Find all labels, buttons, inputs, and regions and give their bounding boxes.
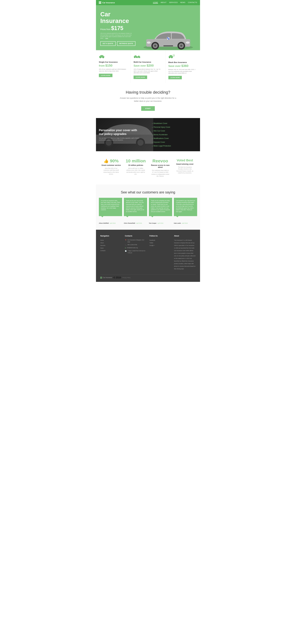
- testimonial-1: At my first car insurance claim, your te…: [99, 198, 122, 216]
- footer: Navigation Home About Services News Cont…: [96, 230, 200, 282]
- stat-customer-service-title: Great customer service: [100, 164, 122, 166]
- feature-black-box-price: Save over $360: [168, 64, 197, 68]
- feature-black-box-btn[interactable]: LEARN MORE: [168, 76, 182, 79]
- svg-point-26: [171, 57, 172, 58]
- feature-multi-car-desc: 10% of respondents between Nov '14 - Apr…: [134, 68, 162, 74]
- feature-multi-car-price: Save over $200: [134, 64, 162, 68]
- feature-multi-car-title: Multi-Car Insurance: [134, 61, 162, 63]
- get-quote-button[interactable]: GET A QUOTE: [100, 41, 116, 46]
- policy-title: Personalize your cover with our policy u…: [99, 128, 140, 136]
- hero-disclaimer: 10% of our customers paid $175 or less b…: [100, 32, 132, 39]
- author-3: Tom Cooper · April 2016: [149, 222, 172, 224]
- feature-multi-car-btn[interactable]: LEARN MORE: [134, 76, 147, 79]
- footer-logo-icon: [100, 277, 102, 278]
- footer-googleplus[interactable]: Google +: [149, 244, 171, 247]
- car-svg: [141, 23, 196, 50]
- policy-item-keycare[interactable]: Keycare Cover: [152, 140, 196, 144]
- nav-links: HOME ABOUT SERVICES NEWS CONTACTS: [153, 2, 197, 4]
- footer-copyright: © 2016: [113, 276, 121, 279]
- hero-section: Car Insurance Prices from $175 10% of ou…: [96, 5, 200, 50]
- footer-navigation: Navigation Home About Services News Cont…: [100, 235, 122, 270]
- footer-twitter[interactable]: Twitter: [149, 242, 171, 244]
- nav-news[interactable]: NEWS: [180, 2, 185, 4]
- testimonials-section: See what our customers are saying At my …: [96, 184, 200, 230]
- stat-customer-service: 👍 90% Great customer service More than 9…: [99, 157, 123, 179]
- footer-nav-news[interactable]: News: [100, 247, 122, 249]
- footer-nav-contacts[interactable]: Contacts: [100, 249, 122, 252]
- footer-facebook[interactable]: Facebook: [149, 239, 171, 242]
- retrieve-quote-button[interactable]: RETRIEVE QUOTE: [117, 41, 135, 46]
- footer-nav-home[interactable]: Home: [100, 239, 122, 242]
- footer-about-title: About: [174, 235, 196, 237]
- nav-about[interactable]: ABOUT: [161, 2, 166, 4]
- hero-text: Car Insurance Prices from $175 10% of ou…: [100, 11, 141, 50]
- svg-point-27: [173, 55, 175, 56]
- footer-nav-about[interactable]: About: [100, 242, 122, 244]
- footer-contact-email: ✉ info@demosite.org: [125, 247, 147, 249]
- policy-item-modifications[interactable]: Modifications Cover: [152, 136, 196, 140]
- navbar: Car Insurance HOME ABOUT SERVICES NEWS C…: [96, 0, 200, 5]
- hero-buttons: GET A QUOTE RETRIEVE QUOTE: [100, 41, 141, 46]
- footer-nav-services[interactable]: Services: [100, 244, 122, 247]
- footer-about-text: "Car Insurance" is a 5th fastest insuran…: [174, 239, 196, 270]
- policy-item-legal[interactable]: Motor Legal Protection: [152, 144, 196, 148]
- stat-policies-desc: We've sold over 11 million policies sinc…: [126, 168, 145, 175]
- footer-contacts: Contacts 📍 Car Insurance Glasgow, G14 0N…: [125, 235, 147, 270]
- stat-policies-title: 10 million policies: [125, 164, 147, 166]
- location-icon: 📍: [125, 239, 127, 242]
- black-box-icon: [168, 54, 197, 60]
- nav-home[interactable]: HOME: [153, 2, 158, 4]
- multi-car-icon: [134, 54, 162, 60]
- feature-multi-car: Multi-Car Insurance Save over $200 10% o…: [131, 51, 165, 83]
- nav-contacts[interactable]: CONTACTS: [188, 2, 197, 4]
- author-1: Alison Sheffield · April 2016: [99, 222, 122, 224]
- policy-item-bonus[interactable]: Bonus Accelerator: [152, 133, 196, 136]
- svg-point-4: [154, 45, 156, 47]
- deciding-section: Having trouble deciding? Answer two ques…: [96, 83, 200, 118]
- feature-single-car-btn[interactable]: LEARN MORE: [99, 74, 112, 77]
- stats-section: 👍 90% Great customer service More than 9…: [96, 151, 200, 184]
- feature-single-car-desc: 30% of our customers paid up to $150 bet…: [99, 68, 128, 72]
- stat-customer-service-desc: More than 90% of our customers said they…: [102, 168, 121, 175]
- stat-reevoo-value: Reevoo: [149, 158, 171, 164]
- logo-icon: [99, 2, 101, 4]
- stat-reevoo-desc: Our customers have rated us 8.7 out of 1…: [151, 170, 170, 177]
- policy-item-hire-car[interactable]: Hire Car Cover: [152, 129, 196, 133]
- hero-car-image: [141, 23, 196, 50]
- svg-line-30: [174, 55, 175, 55]
- stat-voted-best-value: Voted Best: [174, 158, 196, 162]
- phone-icon: 📞: [125, 244, 127, 246]
- footer-contacts-title: Contacts: [125, 235, 147, 237]
- start-button[interactable]: START: [141, 106, 155, 111]
- svg-point-25: [169, 57, 170, 58]
- testimonial-3-text: Thank you for contacting me today and fo…: [151, 200, 170, 213]
- policy-section: Personalize your cover with our policy u…: [96, 118, 200, 151]
- feature-black-box: Black Box Insurance Save over $360 Betwe…: [165, 51, 200, 83]
- stat-voted-best-desc: The Best Car Insurance Provider 2014/15 …: [175, 166, 194, 174]
- nav-services[interactable]: SERVICES: [169, 2, 178, 4]
- policy-text: Personalize your cover with our policy u…: [99, 128, 140, 141]
- feature-single-car-price: from $150: [99, 64, 128, 68]
- stat-voted-best-title: Award winning cover: [174, 163, 196, 165]
- footer-follow: Follow Us Facebook Twitter Google +: [149, 235, 171, 270]
- testimonial-4-text: I just wanted to say a big thank you to …: [176, 200, 195, 213]
- svg-point-7: [180, 45, 182, 47]
- footer-logo-text: Car Insurance: [103, 277, 112, 278]
- footer-contact-address: 📍 Car Insurance Glasgow, G14 0ND: [125, 239, 147, 243]
- policy-description: You can learn more about our range of po…: [99, 137, 140, 141]
- disclaimer-link[interactable]: More: [106, 38, 108, 39]
- logo[interactable]: Car Insurance: [99, 2, 115, 4]
- footer-follow-title: Follow Us: [149, 235, 171, 237]
- footer-grid: Navigation Home About Services News Cont…: [100, 235, 196, 270]
- footer-privacy[interactable]: Privacy Policy: [122, 277, 131, 278]
- deciding-description: Answer two questions to help us point yo…: [119, 97, 177, 103]
- svg-point-17: [103, 57, 104, 58]
- svg-rect-8: [163, 45, 173, 46]
- svg-point-20: [136, 57, 137, 58]
- footer-about: About "Car Insurance" is a 5th fastest i…: [174, 235, 196, 270]
- logo-text: Car Insurance: [102, 2, 115, 4]
- prices-from: Prices from $175: [100, 25, 141, 31]
- author-2: Chris Chesterfield · April 2016: [124, 222, 147, 224]
- policy-item-breakdown[interactable]: Breakdown Cover: [152, 122, 196, 125]
- policy-item-personal-injury[interactable]: Personal Injury Cover: [152, 125, 196, 129]
